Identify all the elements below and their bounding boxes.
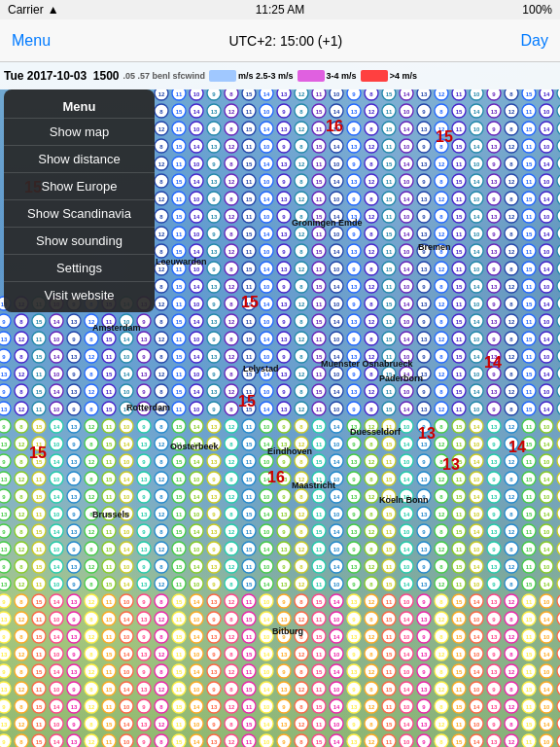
wifi-icon: ▲ — [48, 3, 59, 17]
dropdown-menu: Menu Show map Show distance Show Europe … — [4, 89, 155, 312]
status-time: 11:25 AM — [256, 3, 305, 17]
legend-low: m/s 2.5-3 m/s — [209, 70, 294, 82]
legend-high: >4 m/s — [361, 70, 417, 82]
data-header: Tue 2017-10-03 1500 .05 .57 benl sfcwind… — [0, 62, 560, 89]
nav-bar: Menu UTC+2: 15:00 (+1) Day — [0, 19, 560, 62]
legend-color-mid — [298, 70, 325, 82]
menu-button[interactable]: Menu — [12, 32, 51, 50]
menu-title: Menu — [4, 93, 155, 118]
day-button[interactable]: Day — [521, 32, 548, 50]
menu-item-visit-website[interactable]: Visit website — [4, 281, 155, 308]
status-left: Carrier ▲ — [8, 3, 59, 17]
legend-label-mid: 3-4 m/s — [327, 71, 357, 81]
status-right: 100% — [522, 3, 552, 17]
legend-mid: 3-4 m/s — [298, 70, 357, 82]
menu-item-show-map[interactable]: Show map — [4, 118, 155, 145]
legend-label-low: m/s 2.5-3 m/s — [238, 71, 294, 81]
source-label: .05 .57 benl sfcwind — [123, 71, 206, 81]
map-container[interactable]: Tue 2017-10-03 1500 .05 .57 benl sfcwind… — [0, 62, 560, 747]
date-time-label: Tue 2017-10-03 1500 — [4, 69, 120, 83]
menu-item-settings[interactable]: Settings — [4, 254, 155, 281]
legend-color-high — [361, 70, 388, 82]
nav-title: UTC+2: 15:00 (+1) — [51, 33, 521, 49]
status-bar: Carrier ▲ 11:25 AM 100% — [0, 0, 560, 19]
legend-label-high: >4 m/s — [390, 71, 417, 81]
menu-item-show-sounding[interactable]: Show sounding — [4, 227, 155, 254]
menu-item-show-europe[interactable]: Show Europe — [4, 172, 155, 199]
legend-color-low — [209, 70, 236, 82]
carrier-label: Carrier — [8, 3, 44, 17]
menu-item-show-scandinavia[interactable]: Show Scandinavia — [4, 199, 155, 227]
menu-item-show-distance[interactable]: Show distance — [4, 145, 155, 172]
battery-label: 100% — [522, 3, 552, 17]
